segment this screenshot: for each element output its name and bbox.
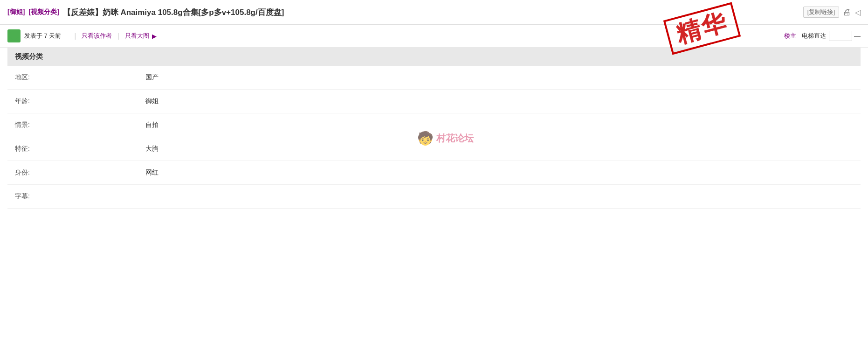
field-label: 情景: xyxy=(7,113,138,137)
field-label: 地区: xyxy=(7,66,138,90)
field-value: 网红 xyxy=(138,161,861,185)
svg-rect-0 xyxy=(10,32,18,38)
field-value: 大胸 xyxy=(138,137,861,161)
field-label: 身份: xyxy=(7,161,138,185)
big-pic-arrow[interactable]: ▶ xyxy=(152,33,157,40)
louzhu-button[interactable]: 楼主 xyxy=(784,32,796,40)
field-value: 自拍 xyxy=(138,113,861,137)
post-time: 发表于 7 天前 xyxy=(24,32,61,40)
table-row: 地区: 国产 xyxy=(7,66,861,90)
divider-2: | xyxy=(117,32,119,40)
field-label: 年龄: xyxy=(7,90,138,113)
field-label: 特征: xyxy=(7,137,138,161)
table-row: 年龄: 御姐 xyxy=(7,90,861,113)
elevator-input[interactable] xyxy=(829,31,852,41)
post-meta-bar: 发表于 7 天前 | 只看该作者 | 只看大图 ▶ 精华 楼主 电梯直达 — xyxy=(0,25,868,48)
field-value xyxy=(138,185,861,209)
table-row: 情景: 自拍 xyxy=(7,113,861,137)
toolbar-icons: 🖨 ◁ xyxy=(843,7,861,17)
category-table: 地区: 国产 年龄: 御姐 情景: 自拍 特征: 大胸 身份: 网红 字幕: xyxy=(7,66,861,209)
big-pic-link[interactable]: 只看大图 xyxy=(125,32,149,40)
category-section: 视频分类 地区: 国产 年龄: 御姐 情景: 自拍 特征: 大胸 身份: 网红 … xyxy=(7,48,861,209)
copy-link-button[interactable]: [复制链接] xyxy=(803,7,839,18)
author-only-link[interactable]: 只看该作者 xyxy=(82,32,112,40)
table-row: 身份: 网红 xyxy=(7,161,861,185)
share-icon[interactable]: ◁ xyxy=(855,8,861,17)
avatar xyxy=(7,29,21,42)
title-bar: [御姐] [视频分类] 【反差婊】奶咪 Anaimiya 105.8g合集[多p… xyxy=(0,0,868,25)
field-label: 字幕: xyxy=(7,185,138,209)
table-row: 特征: 大胸 xyxy=(7,137,861,161)
print-icon[interactable]: 🖨 xyxy=(843,7,851,17)
field-value: 国产 xyxy=(138,66,861,90)
page-wrapper: [御姐] [视频分类] 【反差婊】奶咪 Anaimiya 105.8g合集[多p… xyxy=(0,0,868,357)
category-header: 视频分类 xyxy=(7,48,861,66)
svg-marker-1 xyxy=(10,38,18,41)
divider-1: | xyxy=(74,32,76,40)
content-area: 视频分类 地区: 国产 年龄: 御姐 情景: 自拍 特征: 大胸 身份: 网红 … xyxy=(0,48,868,216)
table-row: 字幕: xyxy=(7,185,861,209)
elevator-label: 电梯直达 xyxy=(802,32,826,40)
elevator-arrow[interactable]: — xyxy=(854,32,861,40)
field-value: 御姐 xyxy=(138,90,861,113)
tag-video[interactable]: [视频分类] xyxy=(28,8,59,16)
tag-yujie[interactable]: [御姐] xyxy=(7,8,25,16)
